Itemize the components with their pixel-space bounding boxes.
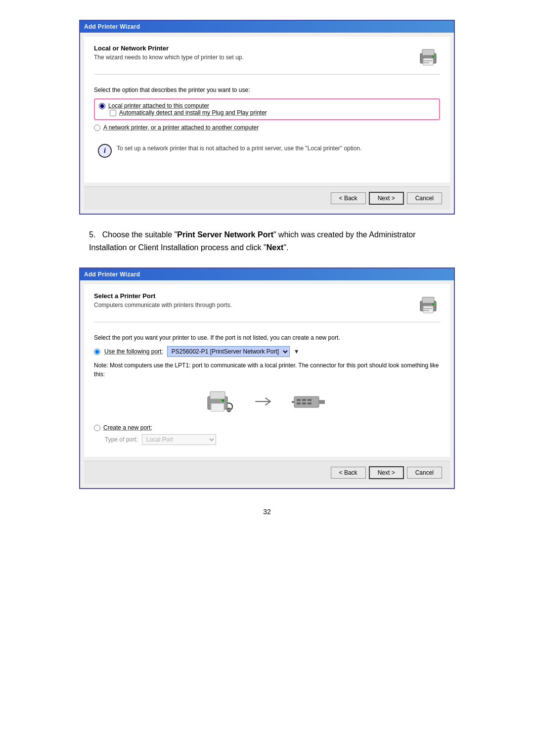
autodetect-label: Automatically detect and install my Plug… bbox=[119, 109, 267, 116]
dialog2-cancel-button[interactable]: Cancel bbox=[407, 467, 442, 479]
dialog2-content: Select the port you want your printer to… bbox=[94, 330, 440, 449]
dialog2-wizard: Add Printer Wizard Select a Printer Port… bbox=[79, 267, 455, 489]
svg-rect-18 bbox=[294, 397, 319, 407]
dialog2-title-text: Add Printer Wizard bbox=[84, 271, 140, 278]
create-port-option[interactable]: Create a new port: bbox=[94, 424, 440, 431]
step5-instruction: 5. Choose the suitable "Print Server Net… bbox=[89, 228, 445, 254]
page-number: 32 bbox=[79, 508, 455, 516]
svg-rect-7 bbox=[422, 297, 434, 303]
svg-rect-13 bbox=[210, 392, 225, 399]
network-printer-option[interactable]: A network printer, or a printer attached… bbox=[94, 124, 440, 131]
dialog1-titlebar: Add Printer Wizard bbox=[80, 21, 454, 33]
dialog2-instruction: Select the port you want your printer to… bbox=[94, 334, 440, 341]
svg-rect-4 bbox=[422, 60, 432, 61]
network-printer-radio[interactable] bbox=[94, 125, 100, 131]
dialog1-instruction: Select the option that describes the pri… bbox=[94, 87, 440, 93]
svg-rect-21 bbox=[308, 399, 312, 401]
bold-next: Next bbox=[267, 243, 284, 252]
svg-rect-23 bbox=[302, 402, 306, 404]
local-printer-option[interactable]: Local printer attached to this computer bbox=[99, 102, 435, 109]
svg-rect-1 bbox=[422, 49, 434, 55]
dialog2-footer: < Back Next > Cancel bbox=[84, 461, 450, 484]
info-box: i To set up a network printer that is no… bbox=[94, 140, 440, 162]
svg-rect-20 bbox=[302, 399, 306, 401]
dialog2-header-text: Select a Printer Port Computers communic… bbox=[94, 292, 232, 309]
port-type-label: Type of port: bbox=[105, 436, 138, 443]
svg-rect-8 bbox=[423, 306, 433, 313]
small-printer-icon bbox=[205, 387, 240, 416]
info-icon: i bbox=[98, 144, 112, 158]
create-port-section: Create a new port: Type of port: Local P… bbox=[94, 424, 440, 445]
dialog2-header: Select a Printer Port Computers communic… bbox=[94, 292, 440, 322]
dialog1-content: Select the option that describes the pri… bbox=[94, 83, 440, 175]
autodetect-option[interactable]: Automatically detect and install my Plug… bbox=[110, 109, 435, 116]
dialog1-subtext: The wizard needs to know which type of p… bbox=[94, 54, 244, 61]
dialog1-cancel-button[interactable]: Cancel bbox=[407, 192, 442, 204]
svg-point-9 bbox=[432, 303, 434, 305]
dialog2-next-button[interactable]: Next > bbox=[369, 466, 404, 479]
printer-icon bbox=[416, 44, 440, 68]
autodetect-checkbox[interactable] bbox=[110, 110, 116, 116]
svg-point-3 bbox=[432, 55, 434, 57]
svg-rect-17 bbox=[227, 409, 231, 411]
svg-rect-24 bbox=[308, 402, 312, 404]
info-text: To set up a network printer that is not … bbox=[117, 144, 361, 153]
connection-arrow-icon bbox=[255, 394, 274, 409]
svg-rect-2 bbox=[423, 58, 433, 65]
use-port-row: Use the following port: PS256002-P1 [Pri… bbox=[94, 346, 440, 357]
dialog2-body: Select a Printer Port Computers communic… bbox=[84, 284, 450, 457]
connector-icon bbox=[289, 389, 329, 414]
pink-outline-section: Local printer attached to this computer … bbox=[94, 98, 440, 120]
svg-rect-5 bbox=[422, 62, 429, 63]
svg-rect-19 bbox=[297, 399, 301, 401]
dialog2-back-button[interactable]: < Back bbox=[331, 467, 366, 479]
dialog1-heading: Local or Network Printer bbox=[94, 44, 244, 52]
svg-rect-10 bbox=[422, 308, 432, 309]
svg-rect-22 bbox=[297, 402, 301, 404]
dialog2-heading: Select a Printer Port bbox=[94, 292, 232, 300]
svg-point-15 bbox=[222, 400, 224, 402]
dialog1-wizard: Add Printer Wizard Local or Network Prin… bbox=[79, 20, 455, 215]
dialog2-titlebar: Add Printer Wizard bbox=[80, 268, 454, 280]
create-port-row: Type of port: Local Port bbox=[94, 434, 440, 445]
dialog2-note: Note: Most computers use the LPT1: port … bbox=[94, 361, 440, 379]
dialog1-footer: < Back Next > Cancel bbox=[84, 186, 450, 210]
port-select-dropdown[interactable]: PS256002-P1 [PrintServer Network Port] bbox=[167, 346, 290, 357]
use-port-radio[interactable] bbox=[94, 349, 100, 355]
dialog1-title-text: Add Printer Wizard bbox=[84, 23, 140, 30]
svg-rect-25 bbox=[319, 400, 325, 404]
dialog1-header: Local or Network Printer The wizard need… bbox=[94, 44, 440, 75]
page-content: Add Printer Wizard Local or Network Prin… bbox=[79, 20, 455, 516]
create-port-label: Create a new port: bbox=[103, 424, 152, 431]
local-printer-label: Local printer attached to this computer bbox=[108, 102, 209, 109]
port-type-select[interactable]: Local Port bbox=[142, 434, 216, 445]
use-port-label: Use the following port: bbox=[104, 348, 163, 355]
dialog1-next-button[interactable]: Next > bbox=[369, 192, 404, 205]
svg-rect-11 bbox=[422, 310, 429, 311]
dialog1-back-button[interactable]: < Back bbox=[331, 192, 366, 204]
dialog1-body: Local or Network Printer The wizard need… bbox=[84, 37, 450, 182]
page-number-text: 32 bbox=[263, 508, 271, 516]
dialog2-subtext: Computers communicate with printers thro… bbox=[94, 302, 232, 309]
dropdown-arrow-icon: ▼ bbox=[294, 348, 300, 355]
local-printer-radio[interactable] bbox=[99, 103, 105, 109]
create-port-radio[interactable] bbox=[94, 425, 100, 431]
bold-print-server: Print Server Network Port bbox=[177, 230, 273, 239]
port-images bbox=[94, 387, 440, 416]
network-printer-label: A network printer, or a printer attached… bbox=[103, 124, 259, 131]
printer-icon-2 bbox=[416, 292, 440, 316]
svg-rect-14 bbox=[211, 403, 224, 411]
dialog1-header-text: Local or Network Printer The wizard need… bbox=[94, 44, 244, 61]
